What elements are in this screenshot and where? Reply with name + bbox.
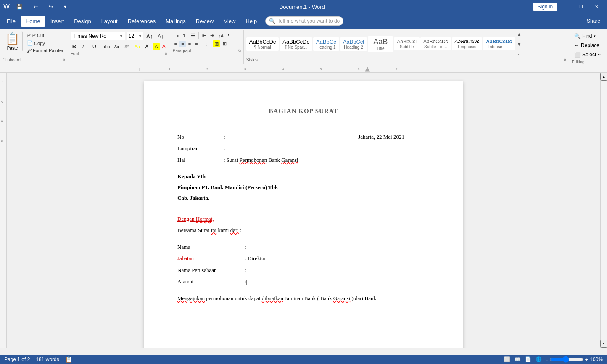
- zoom-level: 100%: [590, 356, 603, 362]
- borders-button[interactable]: ⊞: [221, 40, 228, 47]
- read-mode-icon[interactable]: 📖: [515, 356, 521, 362]
- save-quick-btn[interactable]: 💾: [12, 2, 27, 11]
- clipboard-expand[interactable]: ⧉: [63, 58, 65, 62]
- font-grow-button[interactable]: A↑: [145, 32, 155, 40]
- proofing-icon[interactable]: 📋: [65, 356, 72, 363]
- text-case-button[interactable]: Aa: [133, 43, 142, 50]
- redo-btn[interactable]: ↪: [45, 2, 57, 11]
- menu-file[interactable]: File: [2, 16, 21, 27]
- styles-scroll-up[interactable]: ▲: [516, 31, 523, 38]
- nama-perusahaan-label: Nama Perusahaan: [177, 266, 245, 274]
- justify-button[interactable]: ≡: [193, 41, 199, 47]
- font-color-button[interactable]: A: [161, 43, 167, 50]
- find-button[interactable]: 🔍 Find ▾: [572, 32, 603, 40]
- tell-me-text: Tell me what you want to do: [277, 18, 340, 24]
- editing-group: 🔍 Find ▾ ↔ Replace ⬜ Select ~ Editing: [569, 30, 607, 64]
- superscript-button[interactable]: X²: [123, 43, 132, 50]
- style-subtle-emphasis[interactable]: AaBbCcDc Subtle Em...: [420, 37, 451, 50]
- sort-button[interactable]: ↕A: [216, 32, 225, 39]
- close-button[interactable]: ✕: [590, 3, 604, 11]
- closing-paragraph: Mengajukan permohonan untuk dapat dibuat…: [177, 294, 430, 303]
- align-center-button[interactable]: ≡: [179, 41, 185, 47]
- select-icon: ⬜: [574, 52, 581, 58]
- zoom-in-btn[interactable]: +: [585, 356, 589, 363]
- print-layout-icon[interactable]: 📄: [525, 356, 531, 362]
- underline-button[interactable]: U: [91, 42, 100, 50]
- styles-scroll-down[interactable]: ▼: [516, 40, 523, 48]
- quick-access-more[interactable]: ▾: [60, 2, 71, 11]
- replace-button[interactable]: ↔ Replace: [572, 41, 603, 50]
- menu-insert[interactable]: Insert: [45, 16, 69, 27]
- zoom-control[interactable]: - + 100%: [546, 356, 603, 363]
- copy-button[interactable]: 📄 Copy: [25, 40, 65, 47]
- zoom-out-btn[interactable]: -: [546, 356, 548, 363]
- share-button[interactable]: Share: [582, 16, 605, 26]
- style-heading1[interactable]: AaBbCc Heading 1: [313, 37, 339, 51]
- strikethrough-button[interactable]: abc: [101, 43, 112, 50]
- layout-icon[interactable]: ⬜: [504, 356, 510, 362]
- menu-design[interactable]: Design: [69, 16, 96, 27]
- increase-indent-button[interactable]: ⇥: [208, 32, 216, 39]
- menu-help[interactable]: Help: [240, 16, 262, 27]
- cut-icon: ✂: [27, 33, 31, 38]
- italic-button[interactable]: I: [81, 42, 90, 50]
- scroll-bar-right[interactable]: ▲ ▼: [600, 73, 607, 348]
- highlight-button[interactable]: A: [153, 43, 160, 50]
- decrease-indent-button[interactable]: ⇤: [201, 32, 208, 39]
- tell-me-box[interactable]: 🔍 Tell me what you want to do: [265, 16, 343, 26]
- line-spacing-button[interactable]: ↕: [203, 41, 209, 47]
- align-right-button[interactable]: ≡: [187, 41, 193, 47]
- style-heading2[interactable]: AaBbCcl Heading 2: [340, 37, 367, 51]
- font-name-selector[interactable]: Times New Ro ▾: [71, 32, 125, 40]
- show-marks-button[interactable]: ¶: [226, 32, 232, 39]
- cut-button[interactable]: ✂ ✂ Cut: [25, 32, 65, 39]
- document-title: BAGIAN KOP SURAT: [177, 106, 430, 116]
- multilevel-list-button[interactable]: ☰: [189, 32, 197, 39]
- minimize-button[interactable]: ─: [559, 3, 572, 11]
- font-shrink-button[interactable]: A↓: [156, 32, 166, 40]
- scroll-up-btn[interactable]: ▲: [600, 73, 607, 81]
- paragraph-expand[interactable]: ⧉: [238, 49, 241, 53]
- style-normal[interactable]: AaBbCcDc ¶ Normal: [246, 37, 279, 51]
- menu-home[interactable]: Home: [21, 16, 45, 27]
- title-bar-left: W 💾 ↩ ↪ ▾: [3, 2, 71, 11]
- menu-view[interactable]: View: [219, 16, 240, 27]
- clear-format-button[interactable]: ✗: [143, 42, 152, 50]
- opening: Bersama Surat ini kami dari :: [177, 226, 430, 235]
- style-no-space[interactable]: AaBbCcDc ¶ No Spac...: [280, 37, 312, 51]
- style-subtitle[interactable]: AaBbCcl Subtitle: [394, 37, 420, 50]
- font-expand[interactable]: ⧉: [165, 52, 167, 56]
- paste-button[interactable]: 📋 Paste: [3, 31, 23, 51]
- styles-group: AaBbCcDc ¶ Normal AaBbCcDc ¶ No Spac... …: [244, 30, 569, 64]
- undo-btn[interactable]: ↩: [29, 2, 42, 11]
- menu-mailings[interactable]: Mailings: [161, 16, 191, 27]
- document-area[interactable]: BAGIAN KOP SURAT No : Jakarta, 22 Mei 20…: [7, 73, 600, 348]
- scroll-down-btn[interactable]: ▼: [600, 340, 607, 348]
- replace-icon: ↔: [574, 42, 579, 48]
- maximize-button[interactable]: ❐: [574, 3, 588, 11]
- subscript-button[interactable]: X₂: [113, 43, 122, 50]
- align-left-button[interactable]: ≡: [173, 41, 179, 47]
- styles-expand-icon[interactable]: ⧉: [564, 58, 566, 62]
- web-layout-icon[interactable]: 🌐: [536, 356, 542, 362]
- bold-button[interactable]: B: [71, 42, 80, 50]
- zoom-slider[interactable]: [550, 356, 583, 363]
- font-group: Times New Ro ▾ 12 ▾ A↑ A↓ B I U abc X₂: [68, 30, 170, 64]
- menu-references[interactable]: References: [123, 16, 161, 27]
- style-emphasis[interactable]: AaBbCcDc Emphasis: [452, 37, 483, 50]
- style-title[interactable]: AaB Title: [368, 36, 393, 52]
- format-painter-button[interactable]: 🖌 Format Painter: [25, 47, 65, 54]
- shading-button[interactable]: ▨: [213, 40, 220, 47]
- menu-layout[interactable]: Layout: [96, 16, 123, 27]
- menu-review[interactable]: Review: [191, 16, 219, 27]
- font-size-selector[interactable]: 12 ▾: [127, 32, 143, 40]
- styles-expand[interactable]: ⌄: [516, 50, 523, 57]
- sign-in-button[interactable]: Sign in: [533, 3, 557, 11]
- select-button[interactable]: ⬜ Select ~: [572, 50, 603, 59]
- paste-icon: 📋: [5, 32, 20, 46]
- bullets-button[interactable]: ≡•: [173, 32, 180, 39]
- style-intense-emphasis[interactable]: AaBbCcDc Intense E...: [483, 37, 515, 50]
- word-icon: W: [3, 3, 10, 11]
- size-dropdown-icon: ▾: [139, 34, 141, 38]
- numbering-button[interactable]: 1.: [181, 32, 188, 39]
